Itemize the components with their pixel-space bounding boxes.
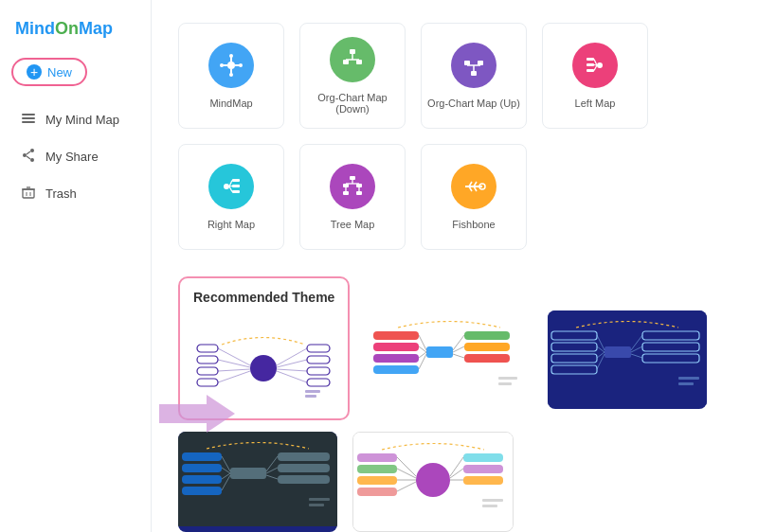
svg-rect-87	[373, 365, 419, 374]
svg-rect-89	[464, 343, 510, 351]
svg-line-6	[27, 151, 30, 154]
svg-rect-126	[278, 475, 330, 484]
map-type-grid: MindMap Org-Chart Map (Down)	[178, 23, 731, 250]
svg-point-13	[227, 62, 235, 69]
svg-rect-67	[197, 367, 218, 375]
svg-rect-2	[22, 121, 35, 123]
svg-rect-8	[23, 189, 34, 198]
svg-rect-70	[307, 356, 330, 364]
left-map-label: Left Map	[575, 98, 616, 109]
sidebar-item-my-share[interactable]: My Share	[6, 138, 145, 175]
svg-rect-83	[426, 346, 453, 358]
svg-rect-119	[230, 468, 266, 479]
svg-rect-124	[278, 452, 330, 461]
recommended-title: Recommended Theme	[193, 290, 334, 314]
svg-marker-63	[159, 395, 235, 433]
svg-line-91	[419, 335, 426, 350]
svg-rect-135	[309, 504, 324, 506]
svg-rect-99	[498, 382, 512, 385]
map-type-org-up[interactable]: Org-Chart Map (Up)	[421, 23, 527, 129]
my-mind-map-label: My Mind Map	[45, 113, 119, 127]
svg-rect-1	[22, 117, 35, 119]
svg-rect-101	[605, 346, 631, 358]
logo: MindOnMap	[0, 11, 151, 54]
svg-point-3	[30, 149, 34, 152]
svg-rect-71	[307, 367, 330, 375]
svg-line-75	[218, 369, 250, 371]
svg-rect-123	[182, 487, 222, 495]
svg-line-97	[453, 354, 464, 358]
svg-point-34	[597, 62, 603, 68]
svg-rect-134	[309, 498, 330, 501]
svg-rect-72	[307, 379, 330, 386]
sidebar-item-trash[interactable]: Trash	[6, 175, 145, 212]
svg-rect-116	[678, 377, 699, 380]
map-type-tree-map[interactable]: Tree Map	[299, 144, 406, 250]
sidebar-item-my-mind-map[interactable]: My Mind Map	[6, 101, 145, 138]
svg-rect-122	[182, 475, 222, 484]
mindmap-icon	[208, 43, 254, 88]
svg-line-78	[277, 360, 307, 367]
my-share-label: My Share	[45, 150, 99, 164]
new-label: New	[47, 65, 72, 80]
theme-card-2[interactable]	[370, 310, 529, 409]
mindmap-label: MindMap	[209, 98, 252, 109]
svg-rect-141	[357, 488, 397, 496]
map-type-fishbone[interactable]: Fishbone	[421, 144, 527, 250]
svg-rect-98	[498, 377, 517, 380]
theme-card-3[interactable]	[548, 310, 707, 409]
svg-rect-86	[373, 354, 419, 363]
svg-rect-42	[232, 179, 240, 182]
plus-icon: +	[27, 64, 42, 80]
svg-rect-69	[307, 345, 330, 352]
svg-rect-84	[373, 331, 419, 340]
mind-map-icon	[21, 111, 36, 129]
svg-rect-85	[373, 343, 419, 351]
svg-point-41	[224, 184, 229, 189]
theme-card-5[interactable]	[352, 432, 514, 532]
svg-rect-125	[278, 464, 330, 472]
svg-point-19	[229, 73, 233, 77]
svg-rect-65	[197, 345, 218, 352]
map-type-right-map[interactable]: Right Map	[178, 144, 284, 250]
svg-rect-121	[182, 464, 222, 472]
main-content: MindMap Org-Chart Map (Down)	[152, 0, 758, 532]
svg-rect-81	[305, 390, 320, 393]
share-icon	[21, 148, 36, 166]
svg-rect-117	[678, 382, 694, 385]
fishbone-icon	[451, 164, 496, 209]
svg-line-79	[277, 369, 307, 371]
sidebar: MindOnMap + New My Mind Map My Share	[0, 0, 152, 532]
svg-rect-139	[357, 465, 397, 473]
map-type-left-map[interactable]: Left Map	[542, 23, 648, 129]
svg-rect-66	[197, 356, 218, 364]
svg-rect-52	[356, 191, 362, 195]
svg-rect-152	[482, 499, 503, 502]
svg-point-5	[30, 158, 34, 162]
svg-rect-138	[357, 453, 397, 462]
org-up-label: Org-Chart Map (Up)	[427, 98, 520, 109]
svg-point-20	[220, 63, 224, 67]
new-button[interactable]: + New	[11, 58, 87, 86]
svg-line-95	[453, 335, 464, 350]
svg-point-4	[23, 153, 27, 157]
org-down-icon	[330, 37, 375, 82]
map-type-mindmap[interactable]: MindMap	[178, 23, 284, 129]
svg-line-7	[27, 156, 30, 159]
left-map-icon	[572, 43, 618, 88]
fishbone-label: Fishbone	[452, 219, 495, 230]
map-type-org-down[interactable]: Org-Chart Map (Down)	[299, 23, 406, 129]
svg-point-137	[416, 463, 450, 497]
svg-rect-22	[350, 49, 355, 54]
trash-label: Trash	[45, 186, 77, 201]
theme-card-4[interactable]	[178, 432, 337, 532]
arrow-decoration	[159, 390, 235, 441]
svg-line-80	[277, 371, 307, 382]
svg-point-64	[250, 355, 277, 381]
svg-rect-82	[305, 395, 316, 398]
svg-rect-37	[587, 69, 594, 72]
svg-rect-0	[22, 114, 35, 115]
tree-map-icon	[330, 164, 375, 209]
svg-rect-43	[232, 185, 240, 187]
svg-rect-88	[464, 331, 510, 340]
